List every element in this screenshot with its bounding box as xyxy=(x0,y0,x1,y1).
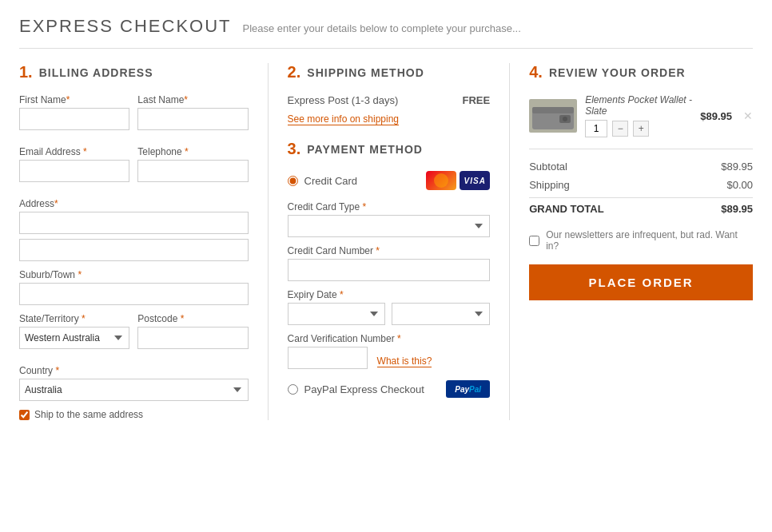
subtotal-row: Subtotal $89.95 xyxy=(529,157,753,176)
ship-same-group: Ship to the same address xyxy=(19,409,249,420)
item-price: $89.95 xyxy=(700,110,732,122)
place-order-button[interactable]: PLACE ORDER xyxy=(529,264,753,300)
page-header: EXPRESS CHECKOUT Please enter your detai… xyxy=(19,16,753,49)
telephone-group: Telephone * xyxy=(137,146,248,182)
grand-total-row: GRAND TOTAL $89.95 xyxy=(529,197,753,218)
page-title: EXPRESS CHECKOUT xyxy=(19,16,232,37)
expiry-label: Expiry Date * xyxy=(288,289,491,300)
grand-total-label: GRAND TOTAL xyxy=(529,203,603,215)
card-icons: VISA xyxy=(426,171,490,190)
last-name-input[interactable] xyxy=(137,108,248,130)
email-input[interactable] xyxy=(19,160,129,182)
paypal-option: PayPal Express Checkout PayPal xyxy=(288,380,491,398)
card-type-select[interactable]: Visa MasterCard American Express xyxy=(288,215,491,237)
shipping-total-row: Shipping $0.00 xyxy=(529,176,753,194)
item-qty-input[interactable] xyxy=(585,120,607,137)
suburb-label: Suburb/Town * xyxy=(19,269,249,280)
email-group: Email Address * xyxy=(19,146,129,182)
visa-icon: VISA xyxy=(460,171,490,190)
paypal-radio[interactable] xyxy=(288,384,298,395)
subtotal-label: Subtotal xyxy=(529,161,567,173)
card-type-group: Credit Card Type * Visa MasterCard Ameri… xyxy=(288,201,491,237)
shipping-method-row: Express Post (1-3 days) FREE xyxy=(288,94,491,106)
paypal-icon: PayPal xyxy=(446,380,490,398)
country-select[interactable]: Australia xyxy=(19,379,249,401)
postcode-label: Postcode * xyxy=(137,313,248,324)
card-number-group: Credit Card Number * xyxy=(288,245,491,281)
svg-rect-1 xyxy=(532,107,574,113)
address-line1-input[interactable] xyxy=(19,212,249,234)
state-label: State/Territory * xyxy=(19,313,129,324)
ship-same-label: Ship to the same address xyxy=(34,409,143,420)
card-number-input[interactable] xyxy=(288,259,491,281)
payment-heading: 3. PAYMENT METHOD xyxy=(288,140,491,158)
telephone-label: Telephone * xyxy=(137,146,248,157)
address-line2-input[interactable] xyxy=(19,239,249,261)
mastercard-icon xyxy=(426,171,456,190)
subtotal-value: $89.95 xyxy=(721,161,753,173)
billing-label: BILLING ADDRESS xyxy=(39,66,153,79)
postcode-input[interactable] xyxy=(137,327,248,349)
contact-row: Email Address * Telephone * xyxy=(19,146,249,190)
credit-card-option: Credit Card VISA xyxy=(288,171,491,190)
grand-total-value: $89.95 xyxy=(721,203,753,215)
card-number-label: Credit Card Number * xyxy=(288,245,491,256)
expiry-selects: 01020304 05060708 09101112 202420252026 … xyxy=(288,303,491,325)
shipping-free: FREE xyxy=(463,94,491,106)
checkout-page: EXPRESS CHECKOUT Please enter your detai… xyxy=(0,0,772,532)
payment-num: 3. xyxy=(288,140,301,158)
newsletter-row: Our newsletters are infrequent, but rad.… xyxy=(529,229,753,252)
card-type-label: Credit Card Type * xyxy=(288,201,491,212)
name-row: First Name* Last Name* xyxy=(19,94,249,138)
credit-card-radio[interactable] xyxy=(288,176,298,186)
last-name-group: Last Name* xyxy=(137,94,248,130)
state-group: State/Territory * Western Australia xyxy=(19,313,129,349)
cvv-group: Card Verification Number * What is this? xyxy=(288,333,491,369)
review-label: REVIEW YOUR ORDER xyxy=(549,66,686,79)
item-name: Elements Pocket Wallet - Slate xyxy=(585,94,692,117)
expiry-month-select[interactable]: 01020304 05060708 09101112 xyxy=(288,303,386,325)
order-totals: Subtotal $89.95 Shipping $0.00 GRAND TOT… xyxy=(529,149,753,218)
cvv-row: What is this? xyxy=(288,347,491,369)
remove-item-button[interactable]: ✕ xyxy=(743,109,753,122)
payment-label: PAYMENT METHOD xyxy=(307,143,423,156)
shipping-heading: 2. SHIPPING METHOD xyxy=(288,63,491,81)
telephone-input[interactable] xyxy=(137,160,248,182)
first-name-input[interactable] xyxy=(19,108,129,130)
state-select[interactable]: Western Australia xyxy=(19,327,129,349)
wallet-image-svg xyxy=(531,101,575,131)
shipping-total-value: $0.00 xyxy=(726,179,753,191)
order-item: Elements Pocket Wallet - Slate − + $89.9… xyxy=(529,94,753,137)
svg-point-3 xyxy=(563,117,567,121)
first-name-group: First Name* xyxy=(19,94,129,130)
cvv-input[interactable] xyxy=(288,347,368,369)
state-postcode-row: State/Territory * Western Australia Post… xyxy=(19,313,249,357)
item-image xyxy=(529,99,577,133)
country-group: Country * Australia xyxy=(19,365,249,401)
item-qty-row: − + xyxy=(585,120,692,137)
shipping-info-link[interactable]: See more info on shipping xyxy=(288,113,399,125)
review-heading: 4. REVIEW YOUR ORDER xyxy=(529,63,753,81)
page-subtitle: Please enter your details below to compl… xyxy=(243,22,521,34)
expiry-year-select[interactable]: 202420252026 202720282029 xyxy=(392,303,490,325)
review-num: 4. xyxy=(529,63,543,81)
shipping-num: 2. xyxy=(288,63,301,81)
payment-section: 3. PAYMENT METHOD Credit Card VISA Credi… xyxy=(288,140,491,398)
email-label: Email Address * xyxy=(19,146,129,157)
cvv-info-link[interactable]: What is this? xyxy=(377,355,432,367)
suburb-input[interactable] xyxy=(19,283,249,305)
qty-decrease-button[interactable]: − xyxy=(612,121,628,137)
item-details: Elements Pocket Wallet - Slate − + xyxy=(585,94,692,137)
suburb-group: Suburb/Town * xyxy=(19,269,249,305)
qty-increase-button[interactable]: + xyxy=(633,121,649,137)
expiry-month-group: 01020304 05060708 09101112 xyxy=(288,303,386,325)
main-columns: 1. BILLING ADDRESS First Name* Last Name… xyxy=(19,63,753,420)
billing-column: 1. BILLING ADDRESS First Name* Last Name… xyxy=(19,63,269,420)
cvv-label: Card Verification Number * xyxy=(288,333,491,344)
shipping-total-label: Shipping xyxy=(529,179,570,191)
postcode-group: Postcode * xyxy=(137,313,248,349)
paypal-label: PayPal Express Checkout xyxy=(304,383,424,395)
shipping-method-label: Express Post (1-3 days) xyxy=(288,94,399,106)
newsletter-checkbox[interactable] xyxy=(529,236,539,246)
ship-same-checkbox[interactable] xyxy=(19,410,30,420)
